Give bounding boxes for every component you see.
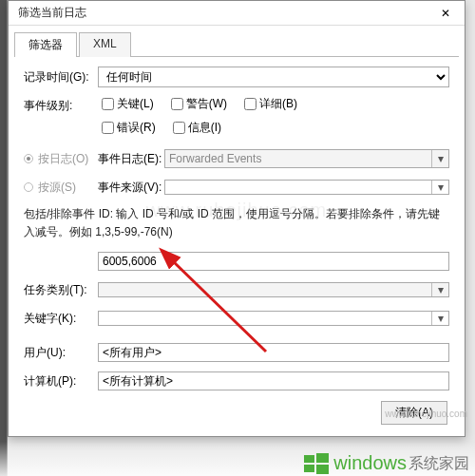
dialog-title: 筛选当前日志: [9, 5, 427, 21]
radio-by-log: 按日志(O): [24, 151, 98, 167]
close-icon: ✕: [441, 7, 450, 20]
branding-band: windows系统家园: [0, 442, 475, 476]
checkbox-warning[interactable]: 警告(W): [167, 95, 227, 113]
source-url: www.ruhejihuo.com: [385, 409, 467, 419]
checkbox-critical[interactable]: 关键(L): [98, 95, 154, 113]
label-event-source: 事件来源(V):: [98, 180, 164, 196]
label-computer: 计算机(P):: [24, 373, 98, 390]
title-bar: 筛选当前日志 ✕: [9, 1, 465, 26]
windows-logo-icon: [304, 453, 329, 474]
label-task: 任务类别(T):: [24, 282, 98, 298]
chevron-down-icon: ▾: [431, 150, 448, 167]
checkbox-information[interactable]: 信息(I): [169, 119, 221, 137]
logged-time-select[interactable]: 任何时间: [98, 67, 449, 87]
label-logged: 记录时间(G):: [24, 69, 98, 86]
close-button[interactable]: ✕: [427, 1, 465, 25]
keyword-combo[interactable]: ▾: [98, 311, 449, 326]
radio-icon: [24, 182, 33, 192]
radio-icon: [24, 154, 33, 163]
event-id-input[interactable]: [98, 252, 449, 271]
svg-rect-2: [316, 453, 329, 463]
svg-rect-3: [304, 465, 314, 472]
radio-by-source: 按源(S): [24, 180, 98, 196]
site-logo: windows系统家园: [162, 452, 469, 474]
tab-filter[interactable]: 筛选器: [14, 32, 77, 57]
checkbox-verbose[interactable]: 详细(B): [240, 95, 297, 113]
label-event-log: 事件日志(E):: [98, 151, 164, 167]
chevron-down-icon[interactable]: ▾: [431, 312, 448, 325]
task-category-combo: ▾: [98, 282, 449, 297]
computer-input[interactable]: [98, 371, 449, 390]
label-level: 事件级别:: [24, 95, 98, 114]
filter-dialog: 筛选当前日志 ✕ 筛选器 XML 记录时间(G): 任何时间 事件级别: 关键(…: [8, 0, 466, 437]
svg-rect-4: [316, 465, 329, 474]
checkbox-error[interactable]: 错误(R): [98, 119, 156, 137]
form-body: 记录时间(G): 任何时间 事件级别: 关键(L) 警告(W) 详细(B) 错误…: [9, 57, 465, 428]
tab-strip: 筛选器 XML: [14, 31, 459, 57]
event-log-combo: Forwarded Events ▾: [164, 149, 449, 168]
tab-xml[interactable]: XML: [79, 32, 131, 57]
label-user: 用户(U):: [24, 345, 98, 361]
event-id-instruction: 包括/排除事件 ID: 输入 ID 号和/或 ID 范围，使用逗号分隔。若要排除…: [24, 205, 449, 241]
label-keyword: 关键字(K):: [24, 311, 98, 327]
chevron-down-icon[interactable]: ▾: [431, 181, 448, 194]
user-input[interactable]: [98, 343, 449, 362]
parent-app-edge: [0, 0, 8, 476]
event-source-combo[interactable]: ▾: [164, 180, 449, 195]
svg-rect-1: [304, 455, 314, 463]
chevron-down-icon: ▾: [431, 283, 448, 296]
